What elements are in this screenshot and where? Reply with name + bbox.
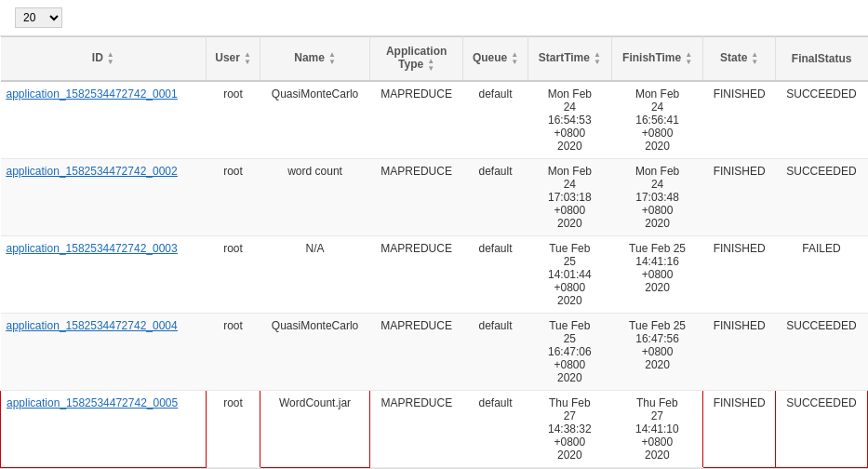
col-header-id[interactable]: ID▲▼ [1,37,207,82]
app-name-cell: WordCount.jar [260,391,369,468]
sort-icon-queue[interactable]: ▲▼ [511,51,518,66]
app-finish-time-cell: Tue Feb 25 16:47:56 +0800 2020 [611,314,703,391]
app-type-cell: MAPREDUCE [370,81,463,159]
app-state-cell: FINISHED [703,314,775,391]
table-row: application_1582534472742_0005rootWordCo… [1,391,868,468]
app-start-time-cell: Tue Feb 25 14:01:44 +0800 2020 [527,236,611,314]
app-type-cell: MAPREDUCE [370,236,463,314]
app-queue-cell: default [463,236,528,314]
app-start-time-cell: Tue Feb 25 16:47:06 +0800 2020 [527,314,611,391]
table-row: application_1582534472742_0003rootN/AMAP… [1,236,868,314]
app-id-cell[interactable]: application_1582534472742_0004 [1,314,207,391]
toolbar: 102050100 [0,0,868,36]
sort-icon-start_time[interactable]: ▲▼ [594,51,601,66]
app-final-status-cell: SUCCEEDED [775,391,867,468]
app-name-cell: QuasiMonteCarlo [260,314,369,391]
col-header-final_status: FinalStatus [775,37,867,82]
col-header-user[interactable]: User▲▼ [207,37,260,82]
app-state-cell: FINISHED [703,159,775,236]
app-name-cell: QuasiMonteCarlo [260,81,369,159]
app-final-status-cell: SUCCEEDED [775,81,867,159]
sort-icon-name[interactable]: ▲▼ [328,51,336,66]
table-row: application_1582534472742_0001rootQuasiM… [1,81,868,159]
sort-icon-app_type[interactable]: ▲▼ [427,58,434,73]
app-id-cell[interactable]: application_1582534472742_0003 [1,236,207,314]
col-header-state[interactable]: State▲▼ [703,37,775,82]
app-start-time-cell: Mon Feb 24 16:54:53 +0800 2020 [527,81,611,159]
app-id-cell[interactable]: application_1582534472742_0001 [1,81,207,159]
app-finish-time-cell: Thu Feb 27 14:41:10 +0800 2020 [611,391,703,468]
sort-icon-id[interactable]: ▲▼ [107,51,114,66]
app-start-time-cell: Mon Feb 24 17:03:18 +0800 2020 [527,159,611,236]
app-id-cell[interactable]: application_1582534472742_0002 [1,159,207,236]
sort-icon-state[interactable]: ▲▼ [751,51,758,66]
app-user-cell: root [207,391,260,468]
sort-icon-finish_time[interactable]: ▲▼ [685,51,692,66]
app-state-cell: FINISHED [703,81,775,159]
app-user-cell: root [207,314,260,391]
table-row: application_1582534472742_0002rootword c… [1,159,868,236]
app-final-status-cell: SUCCEEDED [775,314,867,391]
sort-icon-user[interactable]: ▲▼ [244,51,251,66]
table-header: ID▲▼User▲▼Name▲▼Application Type▲▼Queue▲… [1,37,868,82]
app-queue-cell: default [463,81,528,159]
app-type-cell: MAPREDUCE [370,159,463,236]
app-finish-time-cell: Mon Feb 24 16:56:41 +0800 2020 [611,81,703,159]
app-state-cell: FINISHED [703,391,775,468]
app-state-cell: FINISHED [703,236,775,314]
applications-table: ID▲▼User▲▼Name▲▼Application Type▲▼Queue▲… [0,36,868,468]
app-finish-time-cell: Tue Feb 25 14:41:16 +0800 2020 [611,236,703,314]
table-body: application_1582534472742_0001rootQuasiM… [1,81,868,468]
app-finish-time-cell: Mon Feb 24 17:03:48 +0800 2020 [611,159,703,236]
app-queue-cell: default [463,159,528,236]
app-name-cell: word count [260,159,369,236]
app-queue-cell: default [463,391,528,468]
header-row: ID▲▼User▲▼Name▲▼Application Type▲▼Queue▲… [1,37,868,82]
app-user-cell: root [207,81,260,159]
app-type-cell: MAPREDUCE [370,314,463,391]
col-header-app_type[interactable]: Application Type▲▼ [370,37,463,82]
app-id-cell[interactable]: application_1582534472742_0005 [1,391,207,468]
table-row: application_1582534472742_0004rootQuasiM… [1,314,868,391]
app-final-status-cell: FAILED [775,236,867,314]
app-queue-cell: default [463,314,528,391]
entries-select[interactable]: 102050100 [15,7,62,28]
app-name-cell: N/A [260,236,369,314]
col-header-queue[interactable]: Queue▲▼ [463,37,528,82]
col-header-finish_time[interactable]: FinishTime▲▼ [611,37,703,82]
app-user-cell: root [207,159,260,236]
app-type-cell: MAPREDUCE [370,391,463,468]
col-header-name[interactable]: Name▲▼ [260,37,369,82]
app-user-cell: root [207,236,260,314]
app-final-status-cell: SUCCEEDED [775,159,867,236]
app-start-time-cell: Thu Feb 27 14:38:32 +0800 2020 [527,391,611,468]
col-header-start_time[interactable]: StartTime▲▼ [527,37,611,82]
